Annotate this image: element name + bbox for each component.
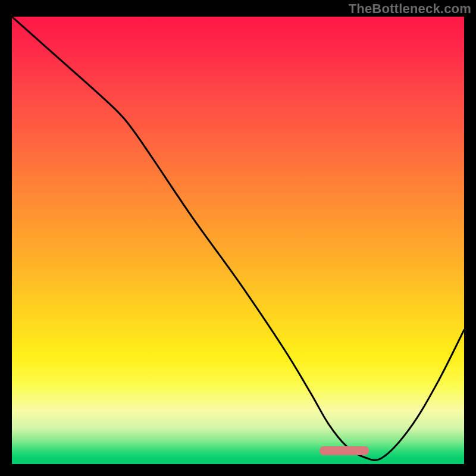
optimal-range-marker [320, 446, 369, 455]
heat-gradient-background [12, 17, 464, 464]
chart-frame: TheBottleneck.com [0, 0, 476, 476]
plot-area [12, 17, 464, 464]
watermark-text: TheBottleneck.com [349, 1, 471, 17]
